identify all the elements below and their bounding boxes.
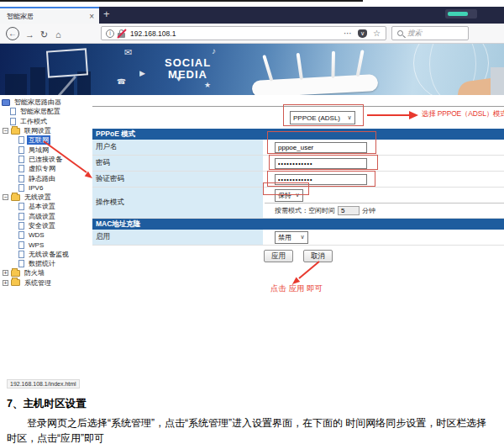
- tab-indicator-bar: [448, 12, 468, 16]
- search-box[interactable]: 搜索: [391, 26, 469, 40]
- browser-tab[interactable]: 智能家居 ×: [0, 7, 99, 24]
- page-icon: [18, 203, 24, 210]
- back-button[interactable]: ←: [6, 27, 19, 40]
- sidebar-item-work-mode[interactable]: 工作模式: [0, 117, 91, 126]
- chevron-down-icon: ∨: [344, 114, 354, 121]
- sidebar-item-security-settings[interactable]: 安全设置: [0, 221, 91, 230]
- sidebar-item-wps[interactable]: WPS: [0, 240, 91, 249]
- page-icon: [18, 251, 24, 258]
- sidebar-item-root[interactable]: 智能家居路由器: [0, 98, 91, 107]
- cancel-button[interactable]: 取消: [303, 250, 333, 262]
- wan-type-select[interactable]: PPPOE (ADSL) ∨: [290, 111, 355, 124]
- expand-icon[interactable]: +: [3, 270, 8, 276]
- sidebar-item-wireless-settings[interactable]: −无线设置: [0, 193, 91, 202]
- buttons-row: 应用 取消: [92, 246, 504, 269]
- mail-icon: ✉: [124, 47, 132, 58]
- password-input[interactable]: [275, 158, 367, 169]
- page-icon: [18, 231, 24, 239]
- sidebar-item-firewall[interactable]: +防火墙: [0, 268, 91, 278]
- search-icon: [397, 30, 403, 36]
- page-icon: [18, 241, 24, 249]
- sidebar-item-advanced-settings[interactable]: 高级设置: [0, 212, 91, 221]
- password-row: 密码: [92, 156, 504, 172]
- chevron-down-icon: ∨: [292, 192, 302, 198]
- minutes-text: 分钟: [362, 206, 375, 215]
- router-icon: [2, 99, 10, 106]
- envelope-icon: [46, 48, 88, 77]
- router-admin-page: 智能家居路由器 智能家居配置 工作模式 −联网设置 互联网 局域网 已连接设备 …: [0, 95, 504, 380]
- sidebar-item-internet[interactable]: 互联网: [0, 135, 91, 145]
- folder-icon: [11, 128, 20, 135]
- page-icon: [18, 146, 24, 154]
- sidebar-tree: 智能家居路由器 智能家居配置 工作模式 −联网设置 互联网 局域网 已连接设备 …: [0, 98, 91, 288]
- router-banner-image: ✉ ♥ ▶ ♪ ☎ ★ SOCIAL MEDIA: [0, 44, 504, 95]
- enable-row: 启用 禁用 ∨: [92, 230, 504, 246]
- phone-icon: ☎: [117, 77, 126, 86]
- confirm-password-label: 验证密码: [92, 172, 265, 187]
- collapse-icon[interactable]: −: [3, 128, 8, 134]
- page-icon: [18, 165, 24, 172]
- username-row: 用户名: [92, 140, 504, 156]
- site-info-icon[interactable]: i: [106, 29, 114, 38]
- page-icon: [18, 260, 24, 267]
- idle-time-input[interactable]: [338, 206, 360, 215]
- new-tab-button[interactable]: +: [103, 8, 110, 20]
- apply-button[interactable]: 应用: [264, 250, 293, 262]
- sidebar-item-vpn[interactable]: 虚拟专网: [0, 164, 91, 173]
- play-icon: ▶: [139, 69, 145, 77]
- document-section: 7、主机时区设置 登录网页之后选择“系统管理”，点击“系统管理”进入设置界面，在…: [0, 392, 504, 444]
- expand-icon[interactable]: +: [3, 280, 8, 286]
- sidebar-item-wds[interactable]: WDS: [0, 230, 91, 240]
- url-bar[interactable]: i 192.168.108.1 ⋯ ∨ ☆: [101, 26, 386, 40]
- screenshot-top-border: [0, 0, 363, 2]
- page-actions-icon[interactable]: ⋯: [344, 29, 352, 38]
- operation-mode-row: 操作模式 保持 ∨ 按需模式：空闲时间 分钟: [92, 188, 504, 219]
- document-page: 智能家居 × + ← → ↻ ⌂ i 192.168.108.1 ⋯: [0, 0, 504, 444]
- pppoe-section-header: PPPoE 模式: [92, 129, 504, 140]
- sidebar-item-connected-devices[interactable]: 已连接设备: [0, 155, 91, 164]
- mac-clone-enable-select[interactable]: 禁用 ∨: [275, 231, 308, 244]
- sidebar-item-system-management[interactable]: +系统管理: [0, 278, 91, 288]
- page-icon: [10, 118, 16, 125]
- on-demand-text: 按需模式：空闲时间: [275, 206, 335, 215]
- settings-panel: PPPOE (ADSL) ∨ PPPoE 模式 用户名 密码 验证密码: [92, 106, 504, 269]
- page-icon: [18, 222, 24, 230]
- page-icon: [18, 184, 24, 192]
- sidebar-item-wireless-monitor[interactable]: 无线设备监视: [0, 250, 91, 259]
- reload-button[interactable]: ↻: [40, 29, 48, 41]
- insecure-lock-icon[interactable]: [118, 29, 125, 38]
- sidebar-item-home-config[interactable]: 智能家居配置: [0, 107, 91, 116]
- pocket-icon[interactable]: ∨: [358, 29, 367, 38]
- page-icon: [18, 175, 24, 182]
- doc-paragraph: 登录网页之后选择“系统管理”，点击“系统管理”进入设置界面，在下面的 时间网络同…: [7, 415, 496, 444]
- url-text[interactable]: 192.168.108.1: [130, 29, 344, 38]
- sidebar-item-basic-settings[interactable]: 基本设置: [0, 202, 91, 211]
- username-input[interactable]: [275, 142, 367, 153]
- page-icon: [10, 108, 16, 115]
- operation-mode-select[interactable]: 保持 ∨: [275, 189, 303, 202]
- doc-heading: 7、主机时区设置: [7, 397, 504, 411]
- bookmark-star-icon[interactable]: ☆: [373, 29, 381, 38]
- collapse-icon[interactable]: −: [3, 194, 8, 200]
- username-label: 用户名: [92, 140, 265, 155]
- home-button[interactable]: ⌂: [55, 29, 61, 41]
- star-glyph-icon: ★: [204, 81, 211, 89]
- sidebar-item-static-route[interactable]: 静态路由: [0, 173, 91, 182]
- enable-label: 启用: [92, 230, 265, 245]
- sidebar-item-network-settings[interactable]: −联网设置: [0, 126, 91, 135]
- confirm-password-input[interactable]: [275, 174, 367, 185]
- sleeve-graphic: [491, 67, 504, 95]
- sidebar-item-ipv6[interactable]: IPV6: [0, 183, 91, 193]
- sidebar-item-lan[interactable]: 局域网: [0, 145, 91, 154]
- tab-indicator-pill: [445, 9, 477, 18]
- page-icon: [18, 136, 24, 144]
- folder-icon: [11, 270, 20, 277]
- navigation-toolbar: ← → ↻ ⌂ i 192.168.108.1 ⋯ ∨ ☆ 搜索: [0, 24, 504, 44]
- password-label: 密码: [92, 156, 265, 171]
- forward-button[interactable]: →: [25, 29, 34, 41]
- sidebar-item-statistics[interactable]: 数据统计: [0, 259, 91, 268]
- tab-bar: 智能家居 × +: [0, 7, 504, 24]
- page-icon: [18, 213, 24, 220]
- close-tab-icon[interactable]: ×: [84, 12, 99, 21]
- confirm-password-row: 验证密码: [92, 172, 504, 188]
